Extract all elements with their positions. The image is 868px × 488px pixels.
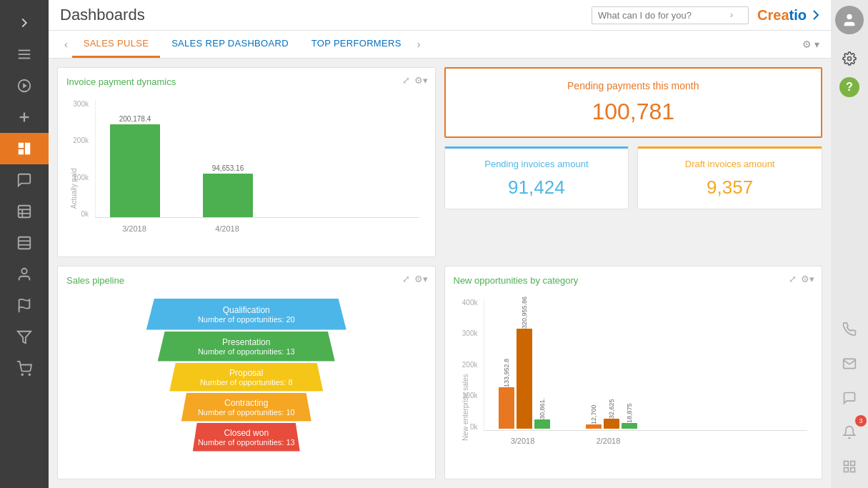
svg-marker-4	[23, 83, 27, 88]
svg-point-22	[847, 14, 852, 19]
funnel-label-closed-won: Closed won	[224, 428, 269, 438]
settings-icon[interactable]	[834, 43, 865, 74]
draft-invoices-card: Draft invoices amount 9,357	[637, 146, 822, 209]
pipeline-settings-icon[interactable]: ⚙▾	[414, 274, 428, 284]
pipeline-expand-icon[interactable]: ⤢	[402, 274, 410, 284]
opps-bar-2a: 12,700	[586, 404, 602, 429]
header: Dashboards › Creatio	[49, 0, 831, 31]
nav-person-icon[interactable]	[0, 259, 49, 290]
nav-cart-icon[interactable]	[0, 353, 49, 384]
opps-y-200k: 200k	[462, 361, 478, 369]
y-label-200k: 200k	[73, 136, 89, 144]
opps-y-axis-title: New enterprise sales	[462, 374, 469, 440]
opps-group-1: 133,952.8 320,955.86 30,861.7	[499, 293, 550, 430]
bar-group-2: 94,653.16	[203, 164, 253, 217]
main-content: Dashboards › Creatio ‹ SALES PULSE SALES…	[49, 0, 831, 488]
search-bar[interactable]: ›	[592, 6, 749, 24]
chat-icon[interactable]	[834, 382, 865, 414]
grid-icon[interactable]	[834, 451, 865, 482]
logo-accent: tio	[789, 7, 807, 24]
nav-chat-icon[interactable]	[0, 164, 49, 196]
opps-x-labels: 3/2018 2/2018	[484, 437, 808, 445]
tabs-bar: ‹ SALES PULSE SALES REP DASHBOARD TOP PE…	[49, 31, 831, 59]
nav-add-icon[interactable]	[0, 101, 49, 133]
nav-play-icon[interactable]	[0, 70, 49, 101]
opps-bar-labels-2: 12,700 32,625 18,875	[586, 399, 637, 429]
funnel-label-contracting: Contracting	[224, 398, 268, 408]
opps-y-300k: 300k	[462, 329, 478, 337]
sidebar-toggle[interactable]	[0, 7, 49, 39]
opps-bar-1b-rect	[517, 329, 532, 429]
draft-invoices-title: Draft invoices amount	[648, 159, 812, 169]
pending-invoices-value: 91,424	[455, 176, 619, 199]
svg-rect-8	[25, 143, 30, 155]
svg-rect-25	[851, 462, 855, 466]
email-icon[interactable]	[834, 348, 865, 379]
tab-sales-pulse[interactable]: SALES PULSE	[72, 31, 160, 58]
opps-bar-1b: 320,955.86	[517, 293, 532, 429]
svg-rect-2	[19, 58, 31, 59]
opps-bar-labels-1: 133,952.8 320,955.86 30,861.7	[499, 293, 550, 429]
svg-rect-14	[19, 237, 31, 249]
bell-icon[interactable]: 3	[834, 417, 865, 448]
opps-settings-icon[interactable]: ⚙▾	[801, 274, 814, 284]
tab-sales-rep[interactable]: SALES REP DASHBOARD	[160, 31, 300, 58]
invoice-expand-icon[interactable]: ⤢	[402, 75, 410, 86]
search-input[interactable]	[598, 10, 730, 21]
invoice-settings-icon[interactable]: ⚙▾	[414, 75, 428, 86]
svg-rect-9	[19, 143, 24, 148]
tab-prev-button[interactable]: ‹	[60, 39, 72, 50]
pending-payments-value: 100,781	[457, 99, 810, 125]
y-label-0k: 0k	[81, 210, 89, 218]
invoice-chart-toolbar: ⤢ ⚙▾	[402, 75, 428, 86]
invoice-chart-card: Invoice payment dynamics ⤢ ⚙▾ 300k 200k …	[57, 67, 436, 257]
header-right: › Creatio	[592, 6, 819, 24]
funnel-label-presentation: Presentation	[222, 337, 270, 347]
funnel-sublabel-qualification: Number of opportunities: 20	[198, 315, 295, 324]
opps-val-2a: 12,700	[590, 404, 597, 424]
nav-dashboard-icon[interactable]	[0, 133, 49, 164]
nav-filter-icon[interactable]	[0, 322, 49, 353]
tab-next-button[interactable]: ›	[413, 39, 425, 50]
funnel-item-proposal: Proposal Number of opportunities: 8	[169, 363, 323, 392]
opps-expand-icon[interactable]: ⤢	[789, 274, 797, 284]
funnel-item-presentation: Presentation Number of opportunities: 13	[158, 332, 335, 362]
opps-bar-2c-rect	[622, 423, 637, 429]
funnel-item-closed-won: Closed won Number of opportunities: 13	[193, 423, 300, 452]
opps-val-2b: 32,625	[608, 399, 615, 419]
funnel-item-contracting: Contracting Number of opportunities: 10	[181, 393, 311, 422]
opps-bars-container: 133,952.8 320,955.86 30,861.7	[484, 299, 808, 431]
opps-y-400k: 400k	[462, 299, 478, 307]
help-icon[interactable]: ?	[839, 77, 859, 97]
opps-group-2: 12,700 32,625 18,875	[586, 399, 637, 430]
x-label-2: 4/2018	[202, 224, 252, 233]
bar2-value: 94,653.16	[212, 164, 244, 172]
phone-icon[interactable]	[834, 314, 865, 345]
funnel-sublabel-closed-won: Number of opportunities: 13	[198, 438, 295, 447]
nav-list-icon[interactable]	[0, 227, 49, 259]
logo-icon	[808, 9, 819, 21]
sales-pipeline-title: Sales pipeline	[66, 275, 426, 286]
draft-invoices-value: 9,357	[648, 176, 812, 199]
dashboard: Invoice payment dynamics ⤢ ⚙▾ 300k 200k …	[49, 59, 831, 488]
bar-group-1: 200,178.4	[110, 115, 160, 217]
user-avatar[interactable]	[835, 6, 864, 34]
tab-top-performers[interactable]: TOP PERFORMERS	[300, 31, 413, 58]
sales-pipeline-card: Sales pipeline ⤢ ⚙▾ Qualification Number…	[57, 266, 436, 480]
nav-menu-icon[interactable]	[0, 39, 49, 70]
page-title: Dashboards	[60, 6, 145, 24]
funnel: Qualification Number of opportunities: 2…	[66, 292, 426, 459]
svg-point-17	[21, 269, 26, 274]
logo-text: Crea	[757, 7, 789, 24]
svg-rect-10	[19, 206, 31, 218]
svg-rect-7	[19, 149, 24, 154]
funnel-label-qualification: Qualification	[223, 305, 270, 315]
funnel-item-qualification: Qualification Number of opportunities: 2…	[146, 299, 346, 330]
opps-bar-1a-rect	[499, 387, 514, 429]
tabs-settings-icon[interactable]: ⚙ ▾	[802, 39, 819, 50]
nav-table-icon[interactable]	[0, 196, 49, 227]
y-axis-title: Actually paid	[70, 169, 78, 209]
pending-invoices-title: Pending invoices amount	[455, 159, 619, 169]
nav-flag-icon[interactable]	[0, 290, 49, 322]
funnel-label-proposal: Proposal	[229, 368, 263, 378]
